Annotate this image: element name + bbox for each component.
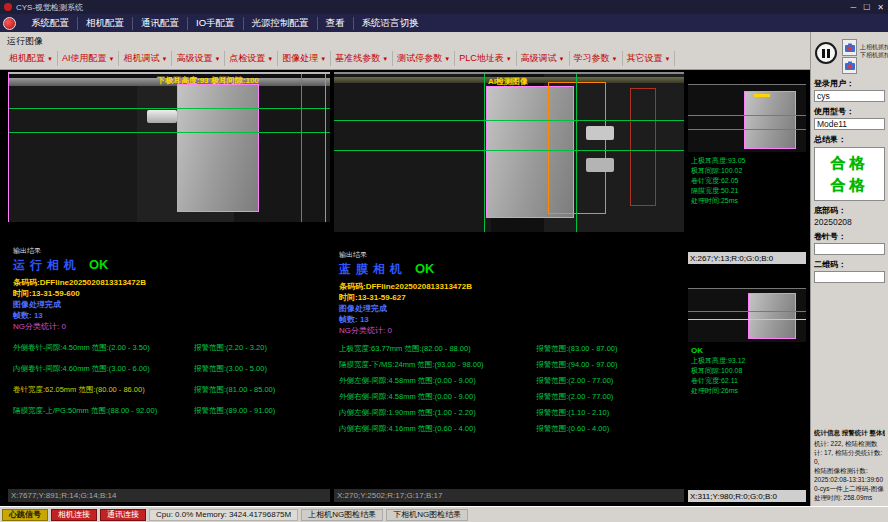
toolbar-label: 点检设置 bbox=[229, 52, 265, 65]
guide-line-v bbox=[325, 74, 326, 222]
app-window: CYS-视觉检测系统 ─ ☐ ✕ 系统配置 相机配置 通讯配置 IO手配置 光源… bbox=[0, 0, 888, 522]
toolbar-item-plc-address[interactable]: PLC地址表▼ bbox=[455, 51, 516, 66]
toolbar-item-advanced-settings[interactable]: 高级设置▼ bbox=[172, 51, 225, 66]
alarm-range: 报警范围:(2.20 - 3.20) bbox=[194, 343, 325, 353]
header-strip: 运行图像 相机配置▼ AI使用配置▼ 相机调试▼ 高级设置▼ 点检设置▼ 图像处… bbox=[0, 32, 810, 70]
result-ok: OK bbox=[89, 257, 109, 272]
measurement-row: 内侧右侧-间隙:4.16mm 范围:(0.60 - 4.00)报警范围:(0.6… bbox=[339, 424, 679, 434]
measure-value: 隔膜宽度-下/MS:24mm 范围:(93.00 - 98.00) bbox=[339, 360, 536, 370]
app-icon bbox=[4, 3, 12, 11]
toolbar-item-camera-config[interactable]: 相机配置▼ bbox=[5, 51, 58, 66]
guide-line-h bbox=[334, 150, 684, 151]
roi-rect-red bbox=[630, 88, 656, 206]
close-icon[interactable]: ✕ bbox=[877, 3, 884, 12]
upper-camera-capture-button[interactable] bbox=[842, 39, 857, 56]
main-area: 下极耳高度:93 极耳间隙:100 输出结果 运行相机 OK 条码码:DFFli… bbox=[0, 70, 810, 506]
model-label: 使用型号： bbox=[814, 106, 885, 117]
toolbar-item-learning-params[interactable]: 学习参数▼ bbox=[570, 51, 623, 66]
toolbar-item-advanced-debug[interactable]: 高级调试▼ bbox=[517, 51, 570, 66]
camera-name: 运行相机 bbox=[13, 257, 81, 274]
left-region: 运行图像 相机配置▼ AI使用配置▼ 相机调试▼ 高级设置▼ 点检设置▼ 图像处… bbox=[0, 32, 810, 506]
chevron-down-icon: ▼ bbox=[161, 56, 167, 62]
toolbar-label: 高级调试 bbox=[521, 52, 557, 65]
login-user-value: cys bbox=[814, 90, 885, 102]
statistics-line: 计: 17, 检陆分类统计数: 0, bbox=[814, 448, 885, 466]
left-camera-image[interactable]: 下极耳高度:93 极耳间隙:100 bbox=[8, 72, 330, 222]
measurement-row: 隔膜宽度-上/PG:50mm 范围:(88.00 - 92.00)报警范围:(8… bbox=[13, 406, 325, 416]
capture-notes: 上相机抓拍 下相机抓拍 bbox=[860, 43, 888, 59]
inspected-part bbox=[744, 91, 796, 149]
small-view-bottom: OK 上极耳高度:93.12 极耳间隙:100.08 卷针宽度:62.11 处理… bbox=[688, 288, 806, 502]
measure-value: 内侧左侧-间隙:1.90mm 范围:(1.00 - 2.20) bbox=[339, 408, 536, 418]
toolbar-label: 其它设置 bbox=[627, 52, 663, 65]
menu-item-light-config[interactable]: 光源控制配置 bbox=[244, 17, 318, 30]
alarm-range: 报警范围:(94.00 - 97.00) bbox=[536, 360, 679, 370]
pause-icon bbox=[827, 49, 830, 58]
center-camera-image[interactable]: AI检测图像 bbox=[334, 72, 684, 232]
measure-value: 上极宽度:63.77mm 范围:(82.00 - 88.00) bbox=[339, 344, 536, 354]
alarm-range: 报警范围:(3.00 - 5.00) bbox=[194, 364, 325, 374]
alarm-range: 报警范围:(2.00 - 77.00) bbox=[536, 392, 679, 402]
heartbeat-indicator: 心跳信号 bbox=[2, 509, 48, 521]
chevron-down-icon: ▼ bbox=[506, 56, 512, 62]
chevron-down-icon: ▼ bbox=[382, 56, 388, 62]
toolbar-item-image-processing[interactable]: 图像处理▼ bbox=[278, 51, 331, 66]
measurement-row: 内侧左侧-间隙:1.90mm 范围:(1.00 - 2.20)报警范围:(1.1… bbox=[339, 408, 679, 418]
menu-bar: 系统配置 相机配置 通讯配置 IO手配置 光源控制配置 查看 系统语言切换 bbox=[0, 14, 888, 32]
toolbar-item-spot-check[interactable]: 点检设置▼ bbox=[225, 51, 278, 66]
bright-spot bbox=[586, 126, 614, 140]
statistics-line: 2025:02:08-13:31:39:60 bbox=[814, 475, 885, 484]
tab-run-image[interactable]: 运行图像 bbox=[7, 35, 43, 48]
minimize-icon[interactable]: ─ bbox=[850, 3, 856, 12]
lower-camera-capture-button[interactable] bbox=[842, 57, 857, 74]
chevron-down-icon: ▼ bbox=[320, 56, 326, 62]
small-view-results: OK 上极耳高度:93.12 极耳间隙:100.08 卷针宽度:62.11 处理… bbox=[688, 342, 806, 490]
camera-icon bbox=[844, 60, 856, 72]
upper-camera-ng-results-button[interactable]: 上相机NG图检结果 bbox=[301, 509, 383, 521]
statistics-line: 处理时间: 258.09ms bbox=[814, 493, 885, 502]
guide-line-h bbox=[9, 132, 330, 133]
lower-camera-ng-results-button[interactable]: 下相机NG图检结果 bbox=[386, 509, 468, 521]
toolbar-item-baseline-params[interactable]: 基准线参数▼ bbox=[331, 51, 393, 66]
result-line: 极耳间隙:100.08 bbox=[691, 366, 803, 376]
login-user-label: 登录用户： bbox=[814, 78, 885, 89]
guide-line-h bbox=[688, 311, 806, 312]
toolbar-item-ai-config[interactable]: AI使用配置▼ bbox=[58, 51, 119, 66]
small-camera-image-bottom[interactable] bbox=[688, 288, 806, 342]
left-result-text: 输出结果 运行相机 OK 条码码:DFFline2025020813313472… bbox=[8, 222, 330, 489]
toolbar-item-test-stop-params[interactable]: 测试停参数▼ bbox=[393, 51, 455, 66]
toolbar-label: 相机调试 bbox=[123, 52, 159, 65]
chevron-down-icon: ▼ bbox=[108, 56, 114, 62]
chevron-down-icon: ▼ bbox=[665, 56, 671, 62]
toolbar-item-camera-debug[interactable]: 相机调试▼ bbox=[119, 51, 172, 66]
measurement-row: 外侧右侧-间隙:4.58mm 范围:(0.00 - 9.00)报警范围:(2.0… bbox=[339, 392, 679, 402]
small-views-column: 上极耳高度:93.05 极耳间隙:100.02 卷针宽度:62.05 隔膜宽度:… bbox=[688, 72, 806, 502]
overlay-marker bbox=[754, 94, 770, 97]
pause-button[interactable] bbox=[815, 42, 837, 64]
small-camera-image-top[interactable] bbox=[688, 84, 806, 152]
pixel-coords-readout: X:7677;Y:891;R:14;G:14;B:14 bbox=[8, 489, 330, 502]
maximize-icon[interactable]: ☐ bbox=[863, 3, 870, 12]
qr-code-label: 二维码： bbox=[814, 259, 885, 270]
side-controls: 上相机抓拍 下相机抓拍 bbox=[814, 34, 885, 74]
pass-badge: 合格 bbox=[815, 152, 884, 174]
menu-item-language[interactable]: 系统语言切换 bbox=[354, 17, 427, 30]
toolbar-label: 测试停参数 bbox=[397, 52, 442, 65]
needle-number-value[interactable] bbox=[814, 243, 885, 255]
bottom-code-value: 20250208 bbox=[814, 217, 885, 227]
measurement-row: 隔膜宽度-下/MS:24mm 范围:(93.00 - 98.00)报警范围:(9… bbox=[339, 360, 679, 370]
menu-item-view[interactable]: 查看 bbox=[318, 17, 354, 30]
result-line: 极耳间隙:100.02 bbox=[691, 166, 803, 176]
qr-code-value[interactable] bbox=[814, 271, 885, 283]
frame-line: 帧数: 13 bbox=[339, 314, 679, 325]
toolbar: 相机配置▼ AI使用配置▼ 相机调试▼ 高级设置▼ 点检设置▼ 图像处理▼ 基准… bbox=[5, 51, 675, 66]
menu-item-camera-config[interactable]: 相机配置 bbox=[78, 17, 133, 30]
menu-item-comm-config[interactable]: 通讯配置 bbox=[133, 17, 188, 30]
menu-item-io-config[interactable]: IO手配置 bbox=[188, 17, 244, 30]
center-camera-view: AI检测图像 输出结果 蓝膜相机 OK 条码码:DFFline202502081… bbox=[334, 72, 684, 502]
statistics-header: 统计信息 报警统计 整体统计 bbox=[814, 428, 885, 437]
toolbar-item-other-settings[interactable]: 其它设置▼ bbox=[623, 51, 676, 66]
menu-item-system-config[interactable]: 系统配置 bbox=[23, 17, 78, 30]
window-title: CYS-视觉检测系统 bbox=[16, 2, 83, 13]
model-value: Mode11 bbox=[814, 118, 885, 130]
